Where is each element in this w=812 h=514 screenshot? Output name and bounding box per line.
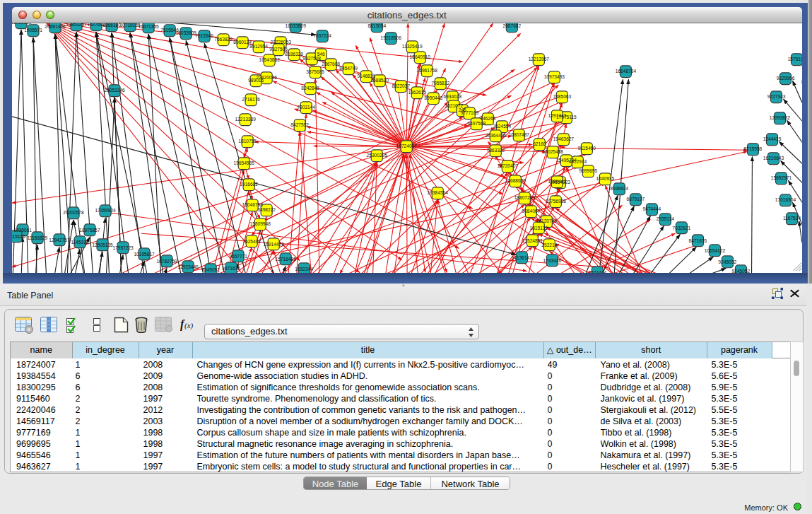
- svg-text:12923446: 12923446: [177, 264, 199, 269]
- svg-text:10853257: 10853257: [66, 23, 87, 27]
- svg-text:8990443: 8990443: [424, 95, 442, 100]
- svg-text:9327506: 9327506: [269, 47, 288, 52]
- svg-text:8912954: 8912954: [249, 44, 268, 49]
- svg-text:9227343: 9227343: [767, 94, 786, 99]
- svg-text:9777169: 9777169: [460, 110, 478, 115]
- svg-text:23226053: 23226053: [270, 40, 291, 45]
- svg-text:1244415: 1244415: [763, 136, 782, 141]
- svg-text:13524851: 13524851: [522, 238, 543, 243]
- svg-text:16671355: 16671355: [138, 24, 159, 29]
- svg-text:8454749: 8454749: [339, 66, 358, 71]
- svg-text:16033809: 16033809: [175, 30, 196, 35]
- svg-text:2867608: 2867608: [322, 62, 340, 66]
- svg-text:9657771: 9657771: [229, 254, 247, 259]
- svg-text:10195817: 10195817: [134, 252, 155, 257]
- svg-text:8215958: 8215958: [744, 146, 763, 151]
- svg-text:6497568: 6497568: [467, 121, 486, 126]
- svg-text:8471676: 8471676: [222, 266, 240, 271]
- svg-text:6879197: 6879197: [627, 197, 645, 201]
- svg-text:17957223: 17957223: [112, 245, 134, 250]
- svg-text:18724007: 18724007: [396, 144, 418, 148]
- svg-text:746266: 746266: [480, 116, 495, 121]
- svg-text:252214: 252214: [541, 243, 557, 247]
- svg-text:1935061: 1935061: [13, 228, 32, 233]
- svg-text:1905571: 1905571: [24, 28, 42, 33]
- svg-text:989016: 989016: [248, 78, 264, 83]
- svg-text:16914479: 16914479: [263, 242, 284, 247]
- svg-text:1297443: 1297443: [548, 113, 567, 118]
- svg-text:18640910: 18640910: [410, 54, 431, 59]
- svg-text:9245052: 9245052: [732, 269, 751, 273]
- svg-text:10025438: 10025438: [543, 149, 564, 154]
- svg-text:1916682: 1916682: [240, 182, 258, 187]
- svg-text:7663822: 7663822: [214, 37, 233, 42]
- svg-text:19654985: 19654985: [233, 160, 254, 165]
- svg-text:6934028: 6934028: [443, 94, 461, 99]
- svg-text:7632621: 7632621: [673, 226, 691, 230]
- svg-text:17016504: 17016504: [775, 197, 796, 202]
- svg-text:2718176: 2718176: [242, 97, 260, 102]
- svg-text:546: 546: [317, 52, 325, 57]
- svg-text:16543862: 16543862: [259, 57, 280, 62]
- svg-text:7485063: 7485063: [553, 94, 572, 99]
- svg-text:15716485: 15716485: [276, 257, 297, 262]
- svg-text:10756928: 10756928: [546, 199, 567, 204]
- svg-text:3624554: 3624554: [493, 124, 511, 129]
- svg-text:7955812: 7955812: [431, 81, 449, 86]
- svg-text:7857224: 7857224: [313, 33, 331, 38]
- svg-text:1167534: 1167534: [783, 216, 801, 221]
- svg-text:16648784: 16648784: [616, 69, 637, 74]
- svg-text:19384554: 19384554: [428, 190, 449, 195]
- svg-text:16120746: 16120746: [536, 218, 558, 223]
- svg-text:18807249: 18807249: [514, 195, 536, 200]
- svg-text:16210643: 16210643: [763, 156, 784, 160]
- svg-text:8471676: 8471676: [689, 238, 707, 243]
- svg-text:2935114: 2935114: [657, 216, 675, 221]
- svg-text:(x): (x): [184, 321, 194, 330]
- svg-text:11156829: 11156829: [28, 235, 48, 240]
- svg-text:1640935: 1640935: [596, 176, 615, 181]
- svg-text:1986443: 1986443: [548, 179, 567, 184]
- svg-text:15046798: 15046798: [242, 202, 263, 207]
- svg-text:20200578: 20200578: [63, 210, 84, 215]
- svg-text:12942757: 12942757: [49, 238, 70, 243]
- svg-text:18720407: 18720407: [498, 163, 519, 168]
- svg-text:1733426: 1733426: [543, 258, 562, 263]
- svg-text:12213389: 12213389: [235, 117, 256, 122]
- svg-text:3875685: 3875685: [306, 69, 324, 74]
- svg-text:10688609: 10688609: [505, 178, 526, 183]
- svg-text:25053346: 25053346: [104, 88, 125, 93]
- svg-text:17359924: 17359924: [95, 208, 116, 213]
- svg-text:62160: 62160: [533, 141, 546, 146]
- svg-text:1692344: 1692344: [295, 267, 313, 271]
- svg-text:16033809: 16033809: [286, 23, 307, 28]
- svg-text:18975857: 18975857: [79, 228, 100, 233]
- svg-text:16961758: 16961758: [417, 68, 438, 73]
- svg-text:7863322: 7863322: [486, 148, 505, 153]
- svg-text:9084067: 9084067: [522, 209, 540, 214]
- svg-text:9474444: 9474444: [589, 270, 607, 273]
- svg-text:1615132: 1615132: [529, 226, 548, 230]
- svg-text:8938924: 8938924: [611, 186, 629, 191]
- svg-text:16782759: 16782759: [156, 259, 177, 264]
- svg-text:8822037: 8822037: [392, 83, 410, 88]
- svg-text:7625402: 7625402: [242, 239, 261, 244]
- svg-text:3915166: 3915166: [12, 234, 25, 239]
- svg-text:9245052: 9245052: [719, 259, 737, 264]
- svg-text:7803144: 7803144: [297, 105, 315, 110]
- svg-text:1145196: 1145196: [71, 240, 89, 245]
- svg-text:9327508: 9327508: [302, 56, 321, 61]
- svg-text:10654122: 10654122: [705, 248, 726, 253]
- svg-text:20364436: 20364436: [486, 133, 507, 138]
- svg-text:9329966: 9329966: [777, 76, 795, 81]
- svg-text:8427552: 8427552: [290, 122, 309, 127]
- svg-text:8242848: 8242848: [301, 86, 319, 90]
- svg-text:8186328: 8186328: [285, 52, 303, 57]
- svg-text:10973493: 10973493: [544, 74, 565, 79]
- svg-text:11325419: 11325419: [402, 44, 423, 49]
- svg-text:8813054: 8813054: [367, 23, 386, 28]
- svg-text:1362615: 1362615: [408, 90, 426, 95]
- svg-text:6966160: 6966160: [102, 23, 121, 28]
- svg-text:7515546: 7515546: [195, 33, 213, 38]
- svg-text:25300295: 25300295: [367, 153, 388, 158]
